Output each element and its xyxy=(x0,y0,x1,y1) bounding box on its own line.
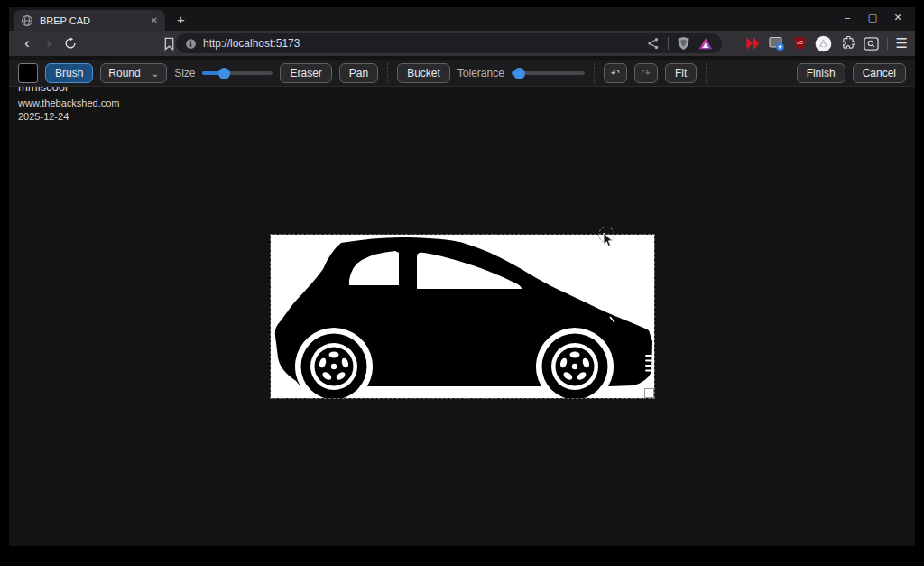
date-text: 2025-12-24 xyxy=(18,111,69,122)
tab-close-icon[interactable]: ✕ xyxy=(151,15,158,25)
address-bar[interactable]: http://localhost:5173 xyxy=(176,33,722,53)
tab-title: BREP CAD xyxy=(40,15,144,26)
toolbar-divider xyxy=(594,63,595,83)
size-slider-thumb[interactable] xyxy=(218,68,230,79)
size-slider[interactable] xyxy=(202,68,273,79)
paint-canvas[interactable] xyxy=(271,235,654,398)
brush-shape-select[interactable]: Round ⌄ xyxy=(100,63,167,83)
window-controls: – ▢ ✕ xyxy=(839,9,906,25)
paint-toolbar: Brush Round ⌄ Size Eraser Pan Bucket Tol… xyxy=(9,60,915,87)
canvas-resize-handle[interactable] xyxy=(644,388,654,398)
front-wheel xyxy=(542,334,608,399)
eraser-button[interactable]: Eraser xyxy=(280,63,331,83)
urlbar-divider xyxy=(668,37,669,50)
close-button[interactable]: ✕ xyxy=(890,9,906,25)
brush-color-swatch[interactable] xyxy=(18,63,38,83)
svg-text:★: ★ xyxy=(777,43,782,50)
extensions-cluster: ★ uO ☰ xyxy=(745,31,908,56)
website-text: www.thebackshed.com xyxy=(18,97,120,108)
urlbar-right-icons xyxy=(647,36,713,51)
back-icon[interactable]: ‹ xyxy=(16,32,38,54)
forward-icon[interactable]: › xyxy=(38,32,60,54)
tolerance-slider-thumb[interactable] xyxy=(513,68,525,79)
rear-wheel xyxy=(301,334,367,399)
reload-icon[interactable] xyxy=(60,32,81,54)
brave-rewards-icon[interactable] xyxy=(698,37,713,51)
tolerance-slider[interactable] xyxy=(512,68,585,79)
search-panel-icon[interactable] xyxy=(864,37,879,51)
browser-navbar: ‹ › http://localhost:5173 xyxy=(9,31,915,56)
redo-button[interactable]: ↷ xyxy=(634,63,658,83)
brave-shield-icon[interactable] xyxy=(677,36,690,51)
brave-profile-avatar[interactable] xyxy=(815,35,832,52)
globe-favicon-icon xyxy=(21,14,33,27)
brush-button[interactable]: Brush xyxy=(45,63,93,83)
size-label: Size xyxy=(174,67,195,79)
brush-shape-value: Round xyxy=(108,67,140,79)
new-tab-button[interactable]: + xyxy=(177,12,185,28)
bucket-button[interactable]: Bucket xyxy=(397,63,450,83)
window-star-extension-icon[interactable]: ★ xyxy=(769,36,785,51)
fit-button[interactable]: Fit xyxy=(665,63,697,83)
car-silhouette-drawing xyxy=(271,235,654,398)
svg-text:uO: uO xyxy=(797,40,803,45)
finish-button[interactable]: Finish xyxy=(797,63,845,83)
tab-strip: BREP CAD ✕ + – ▢ ✕ xyxy=(9,7,915,31)
tolerance-label: Tolerance xyxy=(457,67,504,79)
site-info-icon[interactable] xyxy=(185,38,197,50)
maximize-button[interactable]: ▢ xyxy=(864,9,881,25)
share-icon[interactable] xyxy=(647,37,660,50)
url-text[interactable]: http://localhost:5173 xyxy=(203,37,647,50)
page-content: Brush Round ⌄ Size Eraser Pan Bucket Tol… xyxy=(9,56,915,546)
toolbar-right-buttons: Finish Cancel xyxy=(797,60,906,87)
ublock-origin-icon[interactable]: uO xyxy=(793,36,807,51)
undo-button[interactable]: ↶ xyxy=(604,63,627,83)
mouse-pointer-icon xyxy=(603,232,614,247)
extensions-divider xyxy=(887,37,888,50)
menu-icon[interactable]: ☰ xyxy=(896,35,908,51)
browser-tab[interactable]: BREP CAD ✕ xyxy=(14,10,165,31)
pan-button[interactable]: Pan xyxy=(339,63,378,83)
browser-window: BREP CAD ✕ + – ▢ ✕ ‹ › xyxy=(9,7,915,546)
toolbar-divider xyxy=(387,63,388,83)
toolbar-divider xyxy=(706,63,707,83)
chevron-down-icon: ⌄ xyxy=(152,69,159,79)
extensions-puzzle-icon[interactable] xyxy=(840,36,855,51)
cancel-button[interactable]: Cancel xyxy=(853,63,906,83)
desktop-background: BREP CAD ✕ + – ▢ ✕ ‹ › xyxy=(0,0,924,566)
minimize-button[interactable]: – xyxy=(839,9,855,25)
red-arrows-extension-icon[interactable] xyxy=(745,36,761,51)
